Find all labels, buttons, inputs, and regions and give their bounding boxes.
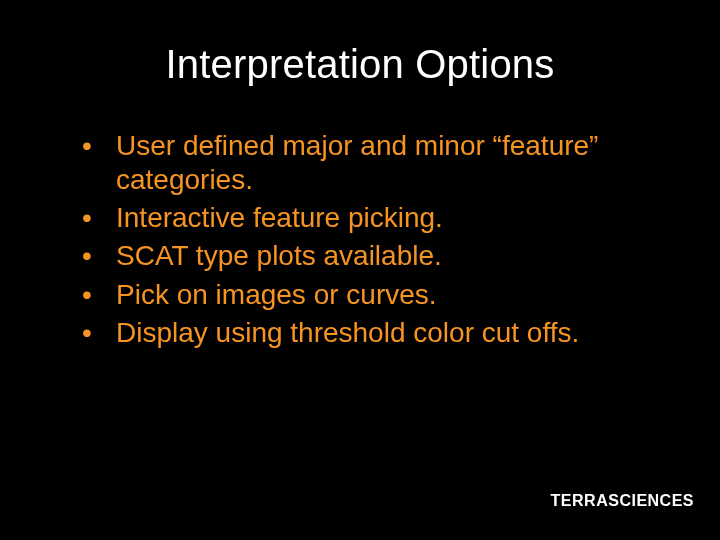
slide-title: Interpretation Options: [0, 0, 720, 87]
footer-company: TERRASCIENCES: [551, 492, 694, 510]
list-item: SCAT type plots available.: [78, 239, 670, 273]
bullet-list: User defined major and minor “feature” c…: [0, 129, 720, 350]
list-item: Interactive feature picking.: [78, 201, 670, 235]
slide: Interpretation Options User defined majo…: [0, 0, 720, 540]
list-item: Pick on images or curves.: [78, 278, 670, 312]
list-item: User defined major and minor “feature” c…: [78, 129, 670, 197]
list-item: Display using threshold color cut offs.: [78, 316, 670, 350]
